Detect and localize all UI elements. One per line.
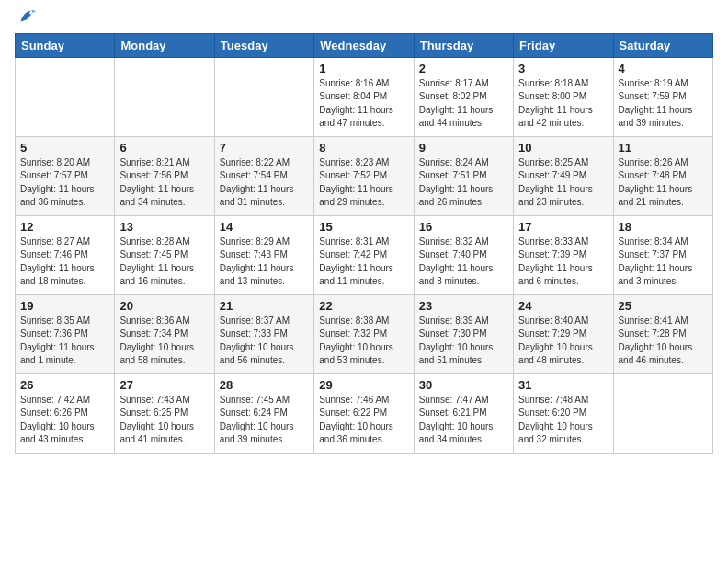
calendar-cell: 31Sunrise: 7:48 AM Sunset: 6:20 PM Dayli…	[514, 373, 613, 453]
calendar-week-row: 5Sunrise: 8:20 AM Sunset: 7:57 PM Daylig…	[16, 136, 713, 215]
day-info: Sunrise: 8:40 AM Sunset: 7:29 PM Dayligh…	[518, 315, 608, 368]
calendar-cell: 25Sunrise: 8:41 AM Sunset: 7:28 PM Dayli…	[613, 294, 712, 373]
calendar-cell: 12Sunrise: 8:27 AM Sunset: 7:46 PM Dayli…	[16, 215, 115, 294]
calendar-cell: 3Sunrise: 8:18 AM Sunset: 8:00 PM Daylig…	[514, 57, 613, 136]
day-info: Sunrise: 8:35 AM Sunset: 7:36 PM Dayligh…	[20, 315, 109, 368]
calendar-header-tuesday: Tuesday	[214, 33, 313, 57]
day-info: Sunrise: 8:38 AM Sunset: 7:32 PM Dayligh…	[319, 315, 408, 368]
calendar-week-row: 12Sunrise: 8:27 AM Sunset: 7:46 PM Dayli…	[16, 215, 713, 294]
day-info: Sunrise: 8:22 AM Sunset: 7:54 PM Dayligh…	[220, 156, 309, 210]
day-number: 8	[319, 141, 408, 155]
day-number: 10	[518, 141, 608, 155]
calendar-cell	[115, 57, 214, 136]
day-info: Sunrise: 8:27 AM Sunset: 7:46 PM Dayligh…	[20, 236, 109, 289]
calendar-cell: 16Sunrise: 8:32 AM Sunset: 7:40 PM Dayli…	[414, 215, 513, 294]
day-number: 6	[119, 141, 209, 155]
logo	[15, 9, 37, 28]
calendar-cell: 27Sunrise: 7:43 AM Sunset: 6:25 PM Dayli…	[115, 373, 214, 453]
calendar-week-row: 26Sunrise: 7:42 AM Sunset: 6:26 PM Dayli…	[16, 373, 713, 453]
calendar-header-saturday: Saturday	[613, 33, 712, 57]
day-number: 22	[319, 299, 408, 313]
day-info: Sunrise: 7:47 AM Sunset: 6:21 PM Dayligh…	[419, 394, 508, 447]
calendar-cell: 18Sunrise: 8:34 AM Sunset: 7:37 PM Dayli…	[613, 215, 712, 294]
calendar-cell: 24Sunrise: 8:40 AM Sunset: 7:29 PM Dayli…	[514, 294, 613, 373]
day-number: 23	[419, 299, 508, 313]
day-number: 12	[20, 220, 109, 234]
day-number: 20	[119, 299, 209, 313]
day-info: Sunrise: 8:32 AM Sunset: 7:40 PM Dayligh…	[419, 236, 508, 289]
day-number: 7	[220, 141, 309, 155]
day-number: 1	[319, 62, 408, 75]
calendar-cell: 26Sunrise: 7:42 AM Sunset: 6:26 PM Dayli…	[16, 373, 115, 453]
day-number: 31	[518, 378, 608, 392]
calendar-cell	[16, 57, 115, 136]
day-info: Sunrise: 8:20 AM Sunset: 7:57 PM Dayligh…	[20, 156, 109, 210]
day-info: Sunrise: 8:16 AM Sunset: 8:04 PM Dayligh…	[319, 77, 408, 131]
calendar-header-wednesday: Wednesday	[314, 33, 414, 57]
logo-bird-icon	[17, 6, 37, 27]
calendar-cell	[214, 57, 313, 136]
calendar-cell: 5Sunrise: 8:20 AM Sunset: 7:57 PM Daylig…	[16, 136, 115, 215]
day-number: 15	[319, 220, 408, 234]
calendar-cell: 4Sunrise: 8:19 AM Sunset: 7:59 PM Daylig…	[613, 57, 712, 136]
day-info: Sunrise: 8:36 AM Sunset: 7:34 PM Dayligh…	[119, 315, 209, 368]
day-number: 25	[619, 299, 708, 313]
day-info: Sunrise: 7:43 AM Sunset: 6:25 PM Dayligh…	[119, 394, 209, 447]
day-info: Sunrise: 7:48 AM Sunset: 6:20 PM Dayligh…	[518, 394, 608, 447]
calendar-cell: 9Sunrise: 8:24 AM Sunset: 7:51 PM Daylig…	[414, 136, 513, 215]
day-info: Sunrise: 8:26 AM Sunset: 7:48 PM Dayligh…	[619, 156, 708, 210]
calendar-cell: 8Sunrise: 8:23 AM Sunset: 7:52 PM Daylig…	[314, 136, 414, 215]
day-number: 17	[518, 220, 608, 234]
day-number: 19	[20, 299, 109, 313]
calendar-cell: 1Sunrise: 8:16 AM Sunset: 8:04 PM Daylig…	[314, 57, 414, 136]
day-number: 28	[220, 378, 309, 392]
calendar-header-monday: Monday	[115, 33, 214, 57]
calendar-cell: 30Sunrise: 7:47 AM Sunset: 6:21 PM Dayli…	[414, 373, 513, 453]
calendar-cell	[613, 373, 712, 453]
calendar-cell: 2Sunrise: 8:17 AM Sunset: 8:02 PM Daylig…	[414, 57, 513, 136]
calendar-cell: 17Sunrise: 8:33 AM Sunset: 7:39 PM Dayli…	[514, 215, 613, 294]
calendar-header-thursday: Thursday	[414, 33, 513, 57]
day-number: 21	[220, 299, 309, 313]
day-info: Sunrise: 8:21 AM Sunset: 7:56 PM Dayligh…	[119, 156, 209, 210]
day-info: Sunrise: 8:24 AM Sunset: 7:51 PM Dayligh…	[419, 156, 508, 210]
day-info: Sunrise: 7:42 AM Sunset: 6:26 PM Dayligh…	[20, 394, 109, 447]
day-number: 4	[619, 62, 708, 75]
calendar-week-row: 1Sunrise: 8:16 AM Sunset: 8:04 PM Daylig…	[16, 57, 713, 136]
calendar-cell: 21Sunrise: 8:37 AM Sunset: 7:33 PM Dayli…	[214, 294, 313, 373]
day-info: Sunrise: 8:34 AM Sunset: 7:37 PM Dayligh…	[619, 236, 708, 289]
day-number: 30	[419, 378, 508, 392]
day-number: 11	[619, 141, 708, 155]
calendar-cell: 10Sunrise: 8:25 AM Sunset: 7:49 PM Dayli…	[514, 136, 613, 215]
calendar-cell: 23Sunrise: 8:39 AM Sunset: 7:30 PM Dayli…	[414, 294, 513, 373]
day-number: 3	[518, 62, 608, 75]
day-number: 13	[119, 220, 209, 234]
calendar-cell: 19Sunrise: 8:35 AM Sunset: 7:36 PM Dayli…	[16, 294, 115, 373]
day-number: 27	[119, 378, 209, 392]
day-info: Sunrise: 8:33 AM Sunset: 7:39 PM Dayligh…	[518, 236, 608, 289]
calendar-cell: 22Sunrise: 8:38 AM Sunset: 7:32 PM Dayli…	[314, 294, 414, 373]
day-info: Sunrise: 8:31 AM Sunset: 7:42 PM Dayligh…	[319, 236, 408, 289]
day-number: 9	[419, 141, 508, 155]
day-info: Sunrise: 7:46 AM Sunset: 6:22 PM Dayligh…	[319, 394, 408, 447]
day-info: Sunrise: 8:37 AM Sunset: 7:33 PM Dayligh…	[220, 315, 309, 368]
calendar-cell: 29Sunrise: 7:46 AM Sunset: 6:22 PM Dayli…	[314, 373, 414, 453]
calendar-week-row: 19Sunrise: 8:35 AM Sunset: 7:36 PM Dayli…	[16, 294, 713, 373]
day-info: Sunrise: 8:18 AM Sunset: 8:00 PM Dayligh…	[518, 77, 608, 131]
calendar-table: SundayMondayTuesdayWednesdayThursdayFrid…	[15, 33, 713, 454]
day-number: 5	[20, 141, 109, 155]
day-number: 16	[419, 220, 508, 234]
day-info: Sunrise: 8:17 AM Sunset: 8:02 PM Dayligh…	[419, 77, 508, 131]
page: SundayMondayTuesdayWednesdayThursdayFrid…	[0, 0, 728, 563]
day-number: 2	[419, 62, 508, 75]
header	[15, 9, 713, 28]
calendar-cell: 15Sunrise: 8:31 AM Sunset: 7:42 PM Dayli…	[314, 215, 414, 294]
day-info: Sunrise: 8:25 AM Sunset: 7:49 PM Dayligh…	[518, 156, 608, 210]
day-number: 14	[220, 220, 309, 234]
day-number: 26	[20, 378, 109, 392]
calendar-cell: 20Sunrise: 8:36 AM Sunset: 7:34 PM Dayli…	[115, 294, 214, 373]
calendar-cell: 13Sunrise: 8:28 AM Sunset: 7:45 PM Dayli…	[115, 215, 214, 294]
day-info: Sunrise: 7:45 AM Sunset: 6:24 PM Dayligh…	[220, 394, 309, 447]
day-info: Sunrise: 8:41 AM Sunset: 7:28 PM Dayligh…	[619, 315, 708, 368]
calendar-cell: 14Sunrise: 8:29 AM Sunset: 7:43 PM Dayli…	[214, 215, 313, 294]
